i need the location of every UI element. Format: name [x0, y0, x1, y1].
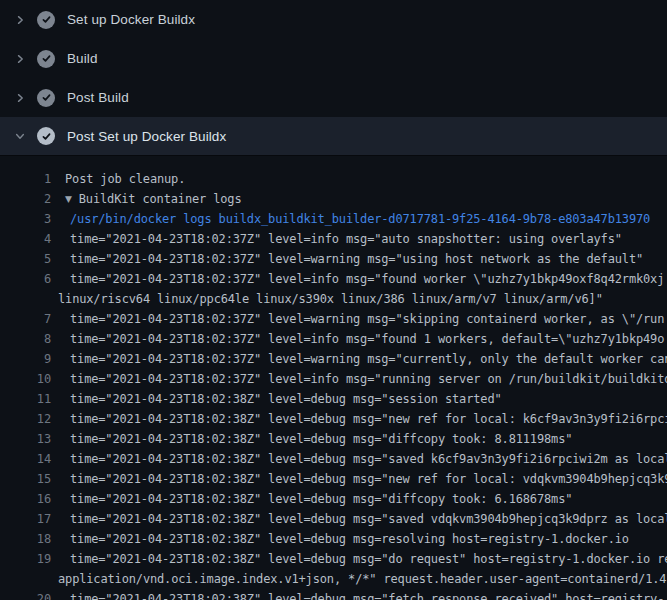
line-number[interactable]: 14 [0, 449, 51, 469]
log-text: linux/riscv64 linux/ppc64le linux/s390x … [58, 289, 603, 309]
line-number[interactable]: 2 [0, 189, 51, 209]
check-circle-icon [37, 50, 55, 68]
line-number[interactable]: 8 [0, 329, 51, 349]
line-number[interactable]: 13 [0, 429, 51, 449]
line-number[interactable]: 10 [0, 369, 51, 389]
step-header-post-build[interactable]: Post Build [0, 78, 667, 117]
log-text: application/vnd.oci.image.index.v1+json,… [58, 569, 666, 589]
log-line: ▼ linux/riscv64 linux/ppc64le linux/s390… [0, 289, 667, 309]
line-number[interactable]: 12 [0, 409, 51, 429]
log-line: 12 ▼ time="2021-04-23T18:02:38Z" level=d… [0, 409, 667, 429]
log-line: 16 ▼ time="2021-04-23T18:02:38Z" level=d… [0, 489, 667, 509]
log-text: time="2021-04-23T18:02:38Z" level=debug … [70, 509, 667, 529]
log-line: 11 ▼ time="2021-04-23T18:02:38Z" level=d… [0, 389, 667, 409]
log-line: 15 ▼ time="2021-04-23T18:02:38Z" level=d… [0, 469, 667, 489]
line-number[interactable]: 3 [0, 209, 51, 229]
line-number[interactable]: 11 [0, 389, 51, 409]
log-line: ▼ application/vnd.oci.image.index.v1+jso… [0, 569, 667, 589]
log-text: Post job cleanup. [65, 169, 185, 189]
log-text: time="2021-04-23T18:02:38Z" level=debug … [70, 389, 502, 409]
log-line: 6 ▼ time="2021-04-23T18:02:37Z" level=in… [0, 269, 667, 289]
line-number[interactable]: 20 [0, 589, 51, 600]
line-number[interactable]: 6 [0, 269, 51, 289]
line-number[interactable]: 9 [0, 349, 51, 369]
log-text: time="2021-04-23T18:02:37Z" level=warnin… [70, 249, 643, 269]
step-title: Post Set up Docker Buildx [67, 129, 226, 144]
line-number[interactable]: 17 [0, 509, 51, 529]
log-line: 20 ▼ time="2021-04-23T18:02:38Z" level=d… [0, 589, 667, 600]
chevron-right-icon [13, 52, 27, 66]
actions-log-viewer: Set up Docker Buildx Build Post Build Po… [0, 0, 667, 600]
line-number[interactable]: 4 [0, 229, 51, 249]
log-text: time="2021-04-23T18:02:38Z" level=debug … [70, 589, 664, 600]
step-title: Post Build [67, 90, 129, 105]
log-text: time="2021-04-23T18:02:37Z" level=info m… [70, 229, 622, 249]
log-line: 8 ▼ time="2021-04-23T18:02:37Z" level=in… [0, 329, 667, 349]
log-text: /usr/bin/docker logs buildx_buildkit_bui… [70, 209, 650, 229]
line-number[interactable]: 7 [0, 309, 51, 329]
line-number[interactable]: 1 [0, 169, 51, 189]
log-line: 5 ▼ time="2021-04-23T18:02:37Z" level=wa… [0, 249, 667, 269]
log-text: BuildKit container logs [79, 189, 242, 209]
chevron-right-icon [13, 13, 27, 27]
step-header-set-up-docker-buildx[interactable]: Set up Docker Buildx [0, 0, 667, 39]
step-title: Build [67, 51, 98, 66]
check-circle-icon [37, 89, 55, 107]
line-number[interactable]: 5 [0, 249, 51, 269]
chevron-right-icon [13, 91, 27, 105]
log-text: time="2021-04-23T18:02:38Z" level=debug … [70, 469, 667, 489]
line-number[interactable]: 15 [0, 469, 51, 489]
step-title: Set up Docker Buildx [67, 12, 195, 27]
line-number[interactable]: 16 [0, 489, 51, 509]
log-line: 1 ▼ Post job cleanup. [0, 169, 667, 189]
log-text: time="2021-04-23T18:02:37Z" level=info m… [70, 329, 664, 349]
log-line: 10 ▼ time="2021-04-23T18:02:37Z" level=i… [0, 369, 667, 389]
log-text: time="2021-04-23T18:02:37Z" level=info m… [70, 369, 667, 389]
log-line: 7 ▼ time="2021-04-23T18:02:37Z" level=wa… [0, 309, 667, 329]
check-circle-icon [37, 11, 55, 29]
log-line: 19 ▼ time="2021-04-23T18:02:38Z" level=d… [0, 549, 667, 569]
chevron-down-icon [13, 129, 27, 143]
log-line: 14 ▼ time="2021-04-23T18:02:38Z" level=d… [0, 449, 667, 469]
line-number[interactable]: 18 [0, 529, 51, 549]
step-header-post-set-up-docker-buildx[interactable]: Post Set up Docker Buildx [0, 117, 667, 156]
log-text: time="2021-04-23T18:02:38Z" level=debug … [70, 529, 629, 549]
check-circle-icon [37, 127, 55, 145]
log-line[interactable]: 2 ▼ BuildKit container logs [0, 189, 667, 209]
log-line: 3 ▼ /usr/bin/docker logs buildx_buildkit… [0, 209, 667, 229]
log-text: time="2021-04-23T18:02:37Z" level=info m… [70, 269, 664, 289]
group-toggle-icon: ▼ [65, 189, 72, 209]
step-header-build[interactable]: Build [0, 39, 667, 78]
log-text: time="2021-04-23T18:02:38Z" level=debug … [70, 549, 667, 569]
log-text: time="2021-04-23T18:02:38Z" level=debug … [70, 409, 667, 429]
log-line: 13 ▼ time="2021-04-23T18:02:38Z" level=d… [0, 429, 667, 449]
log-text: time="2021-04-23T18:02:38Z" level=debug … [70, 449, 667, 469]
log-line: 9 ▼ time="2021-04-23T18:02:37Z" level=wa… [0, 349, 667, 369]
log-text: time="2021-04-23T18:02:37Z" level=warnin… [70, 309, 664, 329]
log-text: time="2021-04-23T18:02:37Z" level=warnin… [70, 349, 667, 369]
log-text: time="2021-04-23T18:02:38Z" level=debug … [70, 429, 572, 449]
log-lines: 1 ▼ Post job cleanup. 2 ▼ BuildKit conta… [0, 156, 667, 600]
log-line: 18 ▼ time="2021-04-23T18:02:38Z" level=d… [0, 529, 667, 549]
log-line: 17 ▼ time="2021-04-23T18:02:38Z" level=d… [0, 509, 667, 529]
log-line: 4 ▼ time="2021-04-23T18:02:37Z" level=in… [0, 229, 667, 249]
log-text: time="2021-04-23T18:02:38Z" level=debug … [70, 489, 572, 509]
line-number[interactable]: 19 [0, 549, 51, 569]
